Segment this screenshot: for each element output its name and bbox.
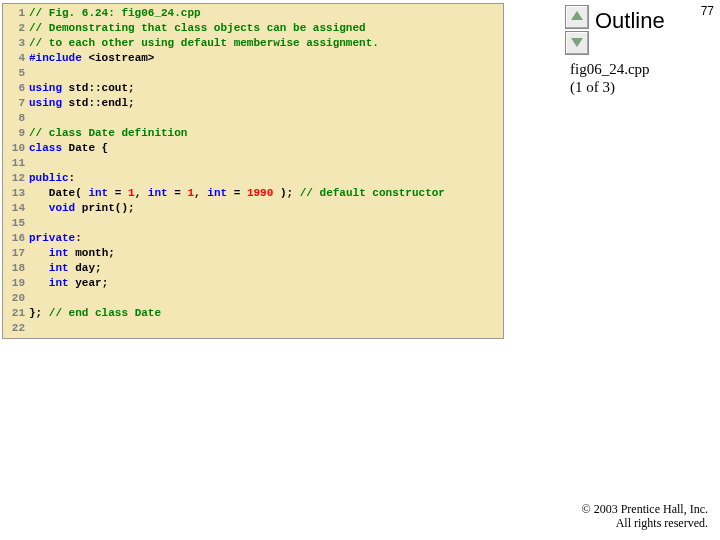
- line-number: 12: [3, 171, 29, 186]
- code-line: 16private:: [3, 231, 503, 246]
- line-number: 3: [3, 36, 29, 51]
- code-text: using std::endl;: [29, 96, 135, 111]
- line-number: 15: [3, 216, 29, 231]
- code-line: 19 int year;: [3, 276, 503, 291]
- line-number: 6: [3, 81, 29, 96]
- line-number: 19: [3, 276, 29, 291]
- code-text: class Date {: [29, 141, 108, 156]
- code-text: using std::cout;: [29, 81, 135, 96]
- code-line: 2// Demonstrating that class objects can…: [3, 21, 503, 36]
- nav-buttons: [565, 5, 589, 57]
- copyright-footer: © 2003 Prentice Hall, Inc. All rights re…: [582, 502, 708, 530]
- code-line: 1// Fig. 6.24: fig06_24.cpp: [3, 6, 503, 21]
- code-line: 22: [3, 321, 503, 336]
- code-text: int month;: [29, 246, 115, 261]
- caption-file: fig06_24.cpp: [570, 60, 650, 78]
- code-text: public:: [29, 171, 75, 186]
- code-line: 7using std::endl;: [3, 96, 503, 111]
- code-line: 20: [3, 291, 503, 306]
- code-text: // to each other using default memberwis…: [29, 36, 379, 51]
- code-text: // Fig. 6.24: fig06_24.cpp: [29, 6, 201, 21]
- copyright-line2: All rights reserved.: [582, 516, 708, 530]
- line-number: 18: [3, 261, 29, 276]
- code-text: private:: [29, 231, 82, 246]
- line-number: 4: [3, 51, 29, 66]
- next-slide-button[interactable]: [565, 31, 589, 55]
- line-number: 10: [3, 141, 29, 156]
- line-number: 14: [3, 201, 29, 216]
- code-line: 15: [3, 216, 503, 231]
- code-line: 9// class Date definition: [3, 126, 503, 141]
- code-line: 18 int day;: [3, 261, 503, 276]
- triangle-up-icon: [571, 11, 583, 20]
- code-line: 17 int month;: [3, 246, 503, 261]
- code-line: 3// to each other using default memberwi…: [3, 36, 503, 51]
- copyright-line1: © 2003 Prentice Hall, Inc.: [582, 502, 708, 516]
- code-line: 10class Date {: [3, 141, 503, 156]
- prev-slide-button[interactable]: [565, 5, 589, 29]
- code-line: 21}; // end class Date: [3, 306, 503, 321]
- code-text: [29, 216, 36, 231]
- code-text: [29, 291, 36, 306]
- code-text: // class Date definition: [29, 126, 187, 141]
- line-number: 8: [3, 111, 29, 126]
- code-listing: 1// Fig. 6.24: fig06_24.cpp2// Demonstra…: [2, 3, 504, 339]
- line-number: 21: [3, 306, 29, 321]
- code-line: 8: [3, 111, 503, 126]
- line-number: 20: [3, 291, 29, 306]
- code-text: #include <iostream>: [29, 51, 154, 66]
- line-number: 11: [3, 156, 29, 171]
- code-line: 5: [3, 66, 503, 81]
- code-line: 6using std::cout;: [3, 81, 503, 96]
- code-text: int day;: [29, 261, 102, 276]
- line-number: 1: [3, 6, 29, 21]
- code-line: 14 void print();: [3, 201, 503, 216]
- line-number: 5: [3, 66, 29, 81]
- code-line: 4#include <iostream>: [3, 51, 503, 66]
- code-text: [29, 156, 36, 171]
- code-text: void print();: [29, 201, 135, 216]
- line-number: 2: [3, 21, 29, 36]
- code-text: [29, 66, 36, 81]
- line-number: 16: [3, 231, 29, 246]
- triangle-down-icon: [571, 38, 583, 47]
- code-text: [29, 321, 36, 336]
- code-text: [29, 111, 36, 126]
- code-line: 11: [3, 156, 503, 171]
- code-line: 13 Date( int = 1, int = 1, int = 1990 );…: [3, 186, 503, 201]
- code-text: Date( int = 1, int = 1, int = 1990 ); //…: [29, 186, 445, 201]
- line-number: 7: [3, 96, 29, 111]
- outline-heading: Outline: [595, 8, 665, 34]
- slide-caption: fig06_24.cpp (1 of 3): [570, 60, 650, 96]
- code-line: 12public:: [3, 171, 503, 186]
- line-number: 17: [3, 246, 29, 261]
- code-text: }; // end class Date: [29, 306, 161, 321]
- caption-part: (1 of 3): [570, 78, 650, 96]
- page-number: 77: [701, 4, 714, 18]
- line-number: 13: [3, 186, 29, 201]
- line-number: 22: [3, 321, 29, 336]
- code-text: // Demonstrating that class objects can …: [29, 21, 366, 36]
- line-number: 9: [3, 126, 29, 141]
- code-text: int year;: [29, 276, 108, 291]
